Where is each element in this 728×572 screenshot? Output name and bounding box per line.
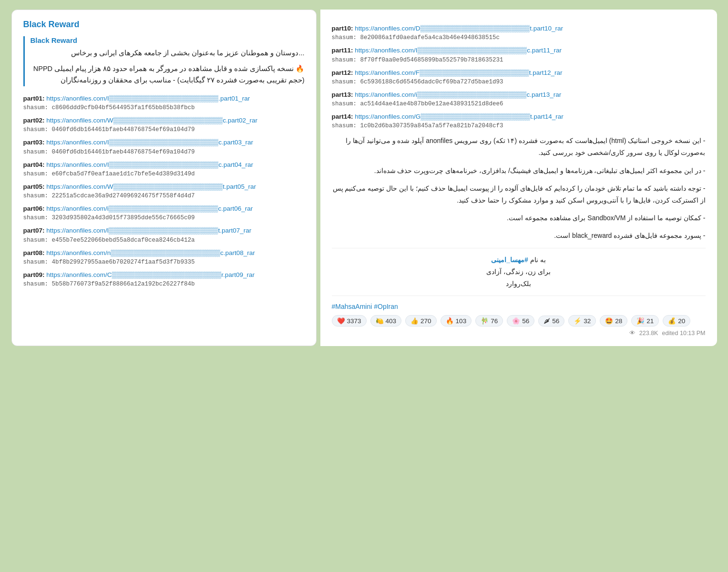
part-label: part14: https://anonfiles.com/G▒▒▒▒▒▒▒▒▒… [332,112,706,122]
part-item-left-1: part01: https://anonfiles.com/I▒▒▒▒▒▒▒▒▒… [23,94,305,111]
part-label: part10: https://anonfiles.com/D▒▒▒▒▒▒▒▒▒… [332,24,706,33]
reaction-count: 403 [386,317,397,325]
reaction-emoji: 🎋 [481,317,489,325]
reaction-count: 103 [456,317,467,325]
part-label: part09: https://anonfiles.com/C▒▒▒▒▒▒▒▒▒… [23,270,305,280]
reaction-chip-9[interactable]: 🎉21 [631,315,659,327]
shasum-text: shasum: 1c0b2d6ba307359a845a7a5f7ea821b7… [332,123,706,129]
part-item-left-3: part03: https://anonfiles.com/I▒▒▒▒▒▒▒▒▒… [23,138,305,155]
part-link[interactable]: https://anonfiles.com/I▒▒▒▒▒▒▒▒▒▒▒▒▒▒▒▒▒… [46,139,253,146]
message-block: Black Reward ...دوستان و هموطنان عزیز ما… [23,36,305,86]
part-link[interactable]: https://anonfiles.com/D▒▒▒▒▒▒▒▒▒▒▒▒▒▒▒▒▒… [355,25,563,32]
note-4: - کمکان توصیه ما استفاده از Sandbox/VM ب… [332,212,706,224]
part-link[interactable]: https://anonfiles.com/i▒▒▒▒▒▒▒▒▒▒▒▒▒▒▒▒▒… [355,91,561,98]
reaction-count: 32 [584,317,591,325]
part-item-left-4: part04: https://anonfiles.com/I▒▒▒▒▒▒▒▒▒… [23,160,305,177]
reaction-count: 3373 [347,317,361,325]
reaction-chip-0[interactable]: ❤️3373 [332,315,367,327]
left-parts-list: part01: https://anonfiles.com/I▒▒▒▒▒▒▒▒▒… [23,94,305,287]
part-label: part03: https://anonfiles.com/I▒▒▒▒▒▒▒▒▒… [23,138,305,147]
chat-container: Black Reward Black Reward ...دوستان و هم… [11,10,717,346]
reaction-chip-8[interactable]: 🤩28 [600,315,627,327]
reaction-chip-1[interactable]: 🍋403 [370,315,402,327]
reaction-emoji: 🍋 [376,317,384,325]
reaction-count: 20 [678,317,685,325]
part-label: part13: https://anonfiles.com/i▒▒▒▒▒▒▒▒▒… [332,90,706,100]
reaction-count: 28 [615,317,622,325]
shasum-text: shasum: 22251a5cdcae36a9d274096924675f75… [23,193,305,199]
shasum-text: shasum: 4bf8b29927955aae6b7020274f1aaf5d… [23,259,305,266]
shasum-text: shasum: 0460fd6db164461bfaeb448768754ef6… [23,126,305,133]
reaction-emoji: 🔥 [446,317,454,325]
note-3: - توجه داشته باشید که ما تمام تلاش خودما… [332,183,706,206]
reactions-row: ❤️3373🍋403👍270🔥103🎋76🌸56🌶56⚡32🤩28🎉21💰20 [332,315,706,327]
part-link[interactable]: https://anonfiles.com/I▒▒▒▒▒▒▒▒▒▒▒▒▒▒▒▒▒… [46,95,250,102]
shasum-text: shasum: 0460fd6db164461bfaeb448768754ef6… [23,149,305,155]
intro-text: ...دوستان و هموطنان عزیز ما به‌عنوان بخش… [31,47,305,59]
note-2: - در این مجموعه اکثر ایمیل‌های تبلیغاتی،… [332,165,706,177]
part-label: part05: https://anonfiles.com/W▒▒▒▒▒▒▒▒▒… [23,182,305,192]
reaction-chip-2[interactable]: 👍270 [405,315,437,327]
part-link[interactable]: https://anonfiles.com/C▒▒▒▒▒▒▒▒▒▒▒▒▒▒▒▒▒… [46,271,255,278]
part-label: part11: https://anonfiles.com/I▒▒▒▒▒▒▒▒▒… [332,46,706,55]
shasum-text: shasum: e455b7ee522066bebd55a8dcaf0cea82… [23,237,305,244]
meta-row: 👁 223.8K edited 10:13 PM [332,329,706,337]
part-item-right-3: part12: https://anonfiles.com/F▒▒▒▒▒▒▒▒▒… [332,68,706,85]
shasum-text: shasum: 8e20086a1fd0aedafe5a4ca3b46e4948… [332,34,706,41]
message-sender: Black Reward [31,36,305,44]
channel-title: Black Reward [23,20,305,30]
part-label: part02: https://anonfiles.com/W▒▒▒▒▒▒▒▒▒… [23,116,305,125]
reaction-emoji: 💰 [668,317,676,325]
divider [332,248,706,248]
tribute-text: به نام #مهسا_امینی برای زن، زندگی، آزادی… [332,254,706,290]
reaction-emoji: 🎉 [636,317,645,325]
shasum-text: shasum: e60fcba5d7f0eaf1aae1d1c7bfe5e4d3… [23,171,305,177]
reaction-count: 21 [646,317,654,325]
part-label: part04: https://anonfiles.com/I▒▒▒▒▒▒▒▒▒… [23,160,305,170]
part-link[interactable]: https://anonfiles.com/i▒▒▒▒▒▒▒▒▒▒▒▒▒▒▒▒▒… [46,205,253,212]
part-link[interactable]: https://anonfiles.com/I▒▒▒▒▒▒▒▒▒▒▒▒▒▒▒▒▒… [46,161,253,168]
part-item-left-8: part08: https://anonfiles.com/n▒▒▒▒▒▒▒▒▒… [23,248,305,266]
reaction-chip-10[interactable]: 💰20 [663,315,690,327]
part-item-right-2: part11: https://anonfiles.com/I▒▒▒▒▒▒▒▒▒… [332,46,706,63]
reaction-count: 76 [491,317,498,325]
reaction-chip-6[interactable]: 🌶56 [538,316,564,327]
right-parts-list: part10: https://anonfiles.com/D▒▒▒▒▒▒▒▒▒… [332,24,706,129]
reaction-emoji: 🌸 [512,317,520,325]
divider2 [332,296,706,296]
shasum-text: shasum: 3203d935802a4d3d015f73895dde556c… [23,214,305,221]
part-item-left-5: part05: https://anonfiles.com/W▒▒▒▒▒▒▒▒▒… [23,182,305,199]
part-item-right-5: part14: https://anonfiles.com/G▒▒▒▒▒▒▒▒▒… [332,112,706,129]
part-label: part12: https://anonfiles.com/F▒▒▒▒▒▒▒▒▒… [332,68,706,78]
edited-time: edited 10:13 PM [662,330,705,337]
part-label: part06: https://anonfiles.com/i▒▒▒▒▒▒▒▒▒… [23,204,305,214]
right-panel: part10: https://anonfiles.com/D▒▒▒▒▒▒▒▒▒… [320,10,717,346]
part-link[interactable]: https://anonfiles.com/F▒▒▒▒▒▒▒▒▒▒▒▒▒▒▒▒▒… [355,69,562,76]
part-link[interactable]: https://anonfiles.com/l▒▒▒▒▒▒▒▒▒▒▒▒▒▒▒▒▒… [46,227,251,234]
part-item-right-1: part10: https://anonfiles.com/D▒▒▒▒▒▒▒▒▒… [332,24,706,41]
right-notes-list: - این نسخه خروجی استاتیک (html) ایمیل‌ها… [332,135,706,242]
reaction-chip-3[interactable]: 🔥103 [441,315,472,327]
reaction-emoji: 🤩 [605,317,613,325]
part-link[interactable]: https://anonfiles.com/W▒▒▒▒▒▒▒▒▒▒▒▒▒▒▒▒▒… [46,183,256,190]
part-link[interactable]: https://anonfiles.com/I▒▒▒▒▒▒▒▒▒▒▒▒▒▒▒▒▒… [355,47,562,54]
shasum-text: shasum: 5b58b776073f9a52f88866a12a192bc2… [23,281,305,287]
reaction-emoji: ⚡ [574,317,582,325]
reaction-chip-7[interactable]: ⚡32 [568,315,596,327]
shasum-text: shasum: ac514d4ae41ae4b87bb0e12ae4389315… [332,101,706,107]
note-1: - این نسخه خروجی استاتیک (html) ایمیل‌ها… [332,135,706,159]
left-panel: Black Reward Black Reward ...دوستان و هم… [11,10,317,346]
part-label: part08: https://anonfiles.com/n▒▒▒▒▒▒▒▒▒… [23,248,305,258]
part-link[interactable]: https://anonfiles.com/G▒▒▒▒▒▒▒▒▒▒▒▒▒▒▒▒▒… [355,113,563,120]
part-item-left-6: part06: https://anonfiles.com/i▒▒▒▒▒▒▒▒▒… [23,204,305,221]
part-label: part07: https://anonfiles.com/l▒▒▒▒▒▒▒▒▒… [23,226,305,235]
reaction-chip-5[interactable]: 🌸56 [507,315,534,327]
reaction-emoji: 🌶 [543,317,550,325]
part-link[interactable]: https://anonfiles.com/n▒▒▒▒▒▒▒▒▒▒▒▒▒▒▒▒▒… [46,249,255,256]
hashtags[interactable]: #MahsaAmini #OpIran [332,303,706,310]
reaction-chip-4[interactable]: 🎋76 [475,315,503,327]
part-link[interactable]: https://anonfiles.com/W▒▒▒▒▒▒▒▒▒▒▒▒▒▒▒▒▒… [46,117,257,124]
part-item-right-4: part13: https://anonfiles.com/i▒▒▒▒▒▒▒▒▒… [332,90,706,107]
part-item-left-2: part02: https://anonfiles.com/W▒▒▒▒▒▒▒▒▒… [23,116,305,133]
reaction-count: 270 [420,317,431,325]
